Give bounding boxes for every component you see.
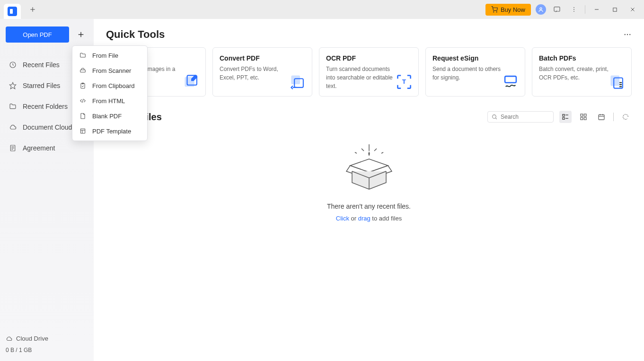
card-desc: Turn scanned documents into searchable o… bbox=[326, 65, 397, 90]
menu-label: From Scanner bbox=[92, 67, 131, 74]
menu-blank-pdf[interactable]: Blank PDF bbox=[72, 108, 147, 123]
svg-point-7 bbox=[573, 9, 574, 10]
clock-icon bbox=[9, 61, 17, 69]
cloud-drive-label: Cloud Drive bbox=[16, 335, 48, 342]
svg-point-6 bbox=[573, 7, 574, 8]
grid-view-button[interactable] bbox=[577, 111, 590, 123]
quick-tools-more-button[interactable] bbox=[623, 30, 632, 39]
svg-rect-10 bbox=[613, 8, 616, 11]
menu-from-scanner[interactable]: From Scanner bbox=[72, 63, 147, 78]
document-icon bbox=[9, 144, 17, 152]
new-tab-button[interactable] bbox=[26, 2, 40, 17]
sidebar-bottom: Cloud Drive 0 B / 1 GB bbox=[6, 335, 88, 357]
menu-pdf-template[interactable]: PDF Template bbox=[72, 123, 147, 139]
search-icon bbox=[492, 114, 498, 120]
open-pdf-label: Open PDF bbox=[23, 31, 52, 38]
buy-now-label: Buy Now bbox=[501, 6, 525, 13]
template-icon bbox=[79, 127, 87, 135]
card-ocr-pdf[interactable]: OCR PDF Turn scanned documents into sear… bbox=[319, 47, 419, 97]
sidebar-item-label: Document Cloud bbox=[23, 123, 72, 131]
titlebar-left bbox=[0, 0, 40, 19]
quick-tools-cards: Edit PDF Edit text and images in a PDF. … bbox=[106, 47, 632, 97]
svg-rect-49 bbox=[80, 70, 86, 72]
svg-rect-5 bbox=[554, 7, 560, 11]
card-title: Convert PDF bbox=[220, 54, 305, 62]
menu-label: Blank PDF bbox=[92, 113, 122, 120]
svg-text:T: T bbox=[402, 78, 406, 85]
create-pdf-button[interactable] bbox=[74, 27, 88, 42]
sidebar-item-label: Recent Files bbox=[23, 61, 60, 69]
menu-from-clipboard[interactable]: From Clipboard bbox=[72, 78, 147, 93]
app-logo-icon bbox=[8, 7, 17, 16]
card-desc: Convert PDFs to Word, Excel, PPT, etc. bbox=[220, 65, 291, 82]
clipboard-icon bbox=[79, 82, 87, 89]
buy-now-button[interactable]: Buy Now bbox=[485, 4, 531, 16]
app-tab[interactable] bbox=[4, 4, 21, 19]
convert-icon bbox=[289, 73, 306, 90]
empty-state: There aren't any recent files. Click or … bbox=[106, 142, 632, 222]
card-request-esign[interactable]: Request eSign Send a document to others … bbox=[425, 47, 525, 97]
empty-or-text: or bbox=[349, 215, 358, 222]
star-icon bbox=[9, 81, 17, 90]
folder-icon bbox=[79, 52, 87, 59]
sidebar-item-label: Starred Files bbox=[23, 82, 60, 89]
svg-point-4 bbox=[540, 8, 542, 9]
batch-icon bbox=[609, 73, 626, 90]
divider bbox=[585, 5, 585, 14]
cloud-drive-button[interactable]: Cloud Drive bbox=[6, 335, 88, 342]
search-input[interactable] bbox=[501, 114, 549, 120]
svg-rect-42 bbox=[584, 114, 586, 116]
html-icon bbox=[79, 97, 87, 105]
sidebar-item-label: Agreement bbox=[23, 144, 55, 152]
close-button[interactable] bbox=[626, 3, 639, 16]
svg-point-3 bbox=[496, 12, 497, 12]
menu-from-file[interactable]: From File bbox=[72, 48, 147, 63]
svg-point-23 bbox=[629, 34, 630, 35]
svg-point-8 bbox=[573, 11, 574, 12]
quick-tools-title: Quick Tools bbox=[106, 28, 165, 41]
svg-rect-29 bbox=[505, 76, 516, 83]
calendar-view-button[interactable] bbox=[595, 111, 608, 123]
titlebar: Buy Now bbox=[0, 0, 644, 19]
esign-icon bbox=[502, 73, 519, 90]
empty-rest-text: to add files bbox=[371, 215, 402, 222]
card-title: Request eSign bbox=[432, 54, 518, 62]
svg-point-35 bbox=[493, 114, 496, 118]
sidebar-top: Open PDF bbox=[6, 26, 88, 43]
menu-from-html[interactable]: From HTML bbox=[72, 93, 147, 108]
empty-drag-link[interactable]: drag bbox=[358, 215, 371, 222]
cloud-icon bbox=[6, 335, 12, 342]
svg-point-2 bbox=[494, 12, 494, 12]
titlebar-right: Buy Now bbox=[485, 3, 639, 16]
scanner-icon bbox=[79, 67, 87, 74]
folder-icon bbox=[9, 102, 17, 111]
svg-rect-44 bbox=[584, 117, 586, 120]
svg-rect-41 bbox=[581, 114, 583, 116]
quick-tools-header: Quick Tools bbox=[106, 28, 632, 41]
search-box[interactable] bbox=[487, 111, 554, 123]
recent-header: Recent Files bbox=[106, 111, 632, 123]
svg-rect-37 bbox=[563, 114, 565, 116]
card-desc: Batch convert, create, print, OCR PDFs, … bbox=[539, 65, 610, 82]
card-desc: Send a document to others for signing. bbox=[432, 65, 503, 82]
card-title: Batch PDFs bbox=[539, 54, 625, 62]
feedback-button[interactable] bbox=[551, 3, 563, 16]
card-batch-pdfs[interactable]: Batch PDFs Batch convert, create, print,… bbox=[532, 47, 632, 97]
more-menu-button[interactable] bbox=[568, 3, 580, 16]
svg-point-22 bbox=[627, 34, 628, 35]
card-convert-pdf[interactable]: Convert PDF Convert PDFs to Word, Excel,… bbox=[212, 47, 312, 97]
sidebar-item-agreement[interactable]: Agreement bbox=[6, 142, 88, 154]
list-view-button[interactable] bbox=[559, 111, 572, 123]
avatar-button[interactable] bbox=[536, 4, 546, 15]
storage-label: 0 B / 1 GB bbox=[6, 347, 88, 353]
open-pdf-button[interactable]: Open PDF bbox=[6, 26, 69, 43]
empty-box-icon bbox=[341, 142, 397, 203]
maximize-button[interactable] bbox=[608, 3, 621, 16]
menu-label: From Clipboard bbox=[92, 82, 135, 89]
main: Quick Tools Edit PDF Edit text and image… bbox=[94, 19, 644, 361]
sync-button[interactable] bbox=[619, 111, 632, 123]
card-title: OCR PDF bbox=[326, 54, 412, 62]
empty-subtitle: Click or drag to add files bbox=[336, 215, 402, 222]
empty-click-link[interactable]: Click bbox=[336, 215, 349, 222]
minimize-button[interactable] bbox=[590, 3, 603, 16]
